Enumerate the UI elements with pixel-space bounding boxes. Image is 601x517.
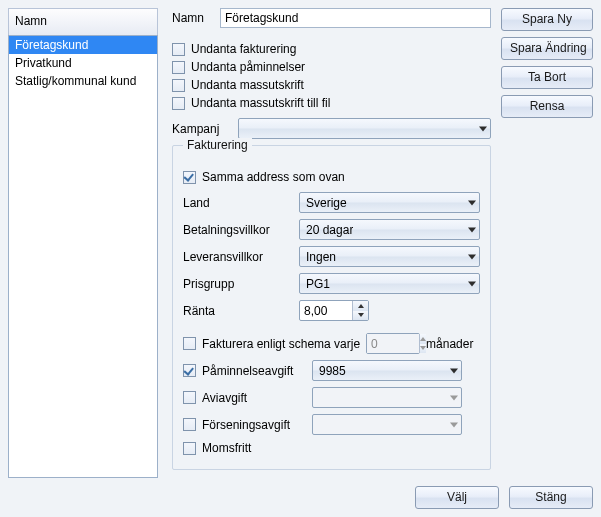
forseningsavgift-checkbox[interactable] (183, 418, 196, 431)
checkbox-icon[interactable] (183, 171, 196, 184)
prisgrupp-combo[interactable]: PG1 (299, 273, 480, 294)
checkbox-label: Undanta massutskrift (191, 78, 304, 92)
ranta-label: Ränta (183, 304, 293, 318)
samma-address-row[interactable]: Samma address som ovan (183, 170, 480, 184)
delete-button[interactable]: Ta Bort (501, 66, 593, 89)
kampanj-label: Kampanj (172, 122, 232, 136)
checkbox-label: Undanta påminnelser (191, 60, 305, 74)
chevron-down-icon (450, 395, 458, 400)
chevron-down-icon (468, 200, 476, 205)
clear-button[interactable]: Rensa (501, 95, 593, 118)
checkbox-icon[interactable] (172, 79, 185, 92)
checkbox-icon[interactable] (172, 97, 185, 110)
checkbox-label: Undanta fakturering (191, 42, 296, 56)
land-label: Land (183, 196, 293, 210)
ranta-spinner[interactable]: 8,00 (299, 300, 369, 321)
leveransvillkor-label: Leveransvillkor (183, 250, 293, 264)
list-header-name[interactable]: Namn (8, 8, 158, 35)
undanta-paminnelser-row[interactable]: Undanta påminnelser (172, 60, 491, 74)
aviavgift-label: Aviavgift (202, 391, 306, 405)
aviavgift-checkbox[interactable] (183, 391, 196, 404)
spinner-up-icon[interactable] (353, 301, 368, 311)
checkbox-label: Samma address som ovan (202, 170, 345, 184)
fakturering-group: Fakturering Samma address som ovan Land … (172, 145, 491, 470)
chevron-down-icon (450, 368, 458, 373)
betalningsvillkor-combo[interactable]: 20 dagar (299, 219, 480, 240)
customer-type-list[interactable]: Företagskund Privatkund Statlig/kommunal… (8, 35, 158, 478)
paminnelseavgift-combo[interactable]: 9985 (312, 360, 462, 381)
momsfritt-row[interactable]: Momsfritt (183, 441, 480, 455)
fakturera-schema-suffix: månader (426, 337, 473, 351)
checkbox-label: Undanta massutskrift till fil (191, 96, 330, 110)
betalningsvillkor-label: Betalningsvillkor (183, 223, 293, 237)
list-item[interactable]: Företagskund (9, 36, 157, 54)
forseningsavgift-combo (312, 414, 462, 435)
land-combo[interactable]: Sverige (299, 192, 480, 213)
fakturera-schema-checkbox[interactable] (183, 337, 196, 350)
paminnelseavgift-label: Påminnelseavgift (202, 364, 306, 378)
chevron-down-icon (468, 254, 476, 259)
chevron-down-icon (468, 281, 476, 286)
save-change-button[interactable]: Spara Ändring (501, 37, 593, 60)
aviavgift-combo (312, 387, 462, 408)
undanta-fakturering-row[interactable]: Undanta fakturering (172, 42, 491, 56)
undanta-massutskrift-fil-row[interactable]: Undanta massutskrift till fil (172, 96, 491, 110)
list-item[interactable]: Statlig/kommunal kund (9, 72, 157, 90)
chevron-down-icon (479, 126, 487, 131)
chevron-down-icon (468, 227, 476, 232)
fakturera-schema-label: Fakturera enligt schema varje (202, 337, 360, 351)
forseningsavgift-label: Förseningsavgift (202, 418, 306, 432)
fakturering-legend: Fakturering (183, 138, 252, 152)
select-button[interactable]: Välj (415, 486, 499, 509)
checkbox-icon[interactable] (172, 61, 185, 74)
name-input[interactable] (220, 8, 491, 28)
close-button[interactable]: Stäng (509, 486, 593, 509)
save-new-button[interactable]: Spara Ny (501, 8, 593, 31)
checkbox-icon[interactable] (183, 442, 196, 455)
prisgrupp-label: Prisgrupp (183, 277, 293, 291)
leveransvillkor-combo[interactable]: Ingen (299, 246, 480, 267)
list-item[interactable]: Privatkund (9, 54, 157, 72)
chevron-down-icon (450, 422, 458, 427)
fakturera-schema-spinner: 0 (366, 333, 420, 354)
checkbox-icon[interactable] (172, 43, 185, 56)
undanta-massutskrift-row[interactable]: Undanta massutskrift (172, 78, 491, 92)
kampanj-combo[interactable] (238, 118, 491, 139)
spinner-down-icon[interactable] (353, 311, 368, 321)
checkbox-label: Momsfritt (202, 441, 251, 455)
name-label: Namn (172, 11, 214, 25)
paminnelseavgift-checkbox[interactable] (183, 364, 196, 377)
